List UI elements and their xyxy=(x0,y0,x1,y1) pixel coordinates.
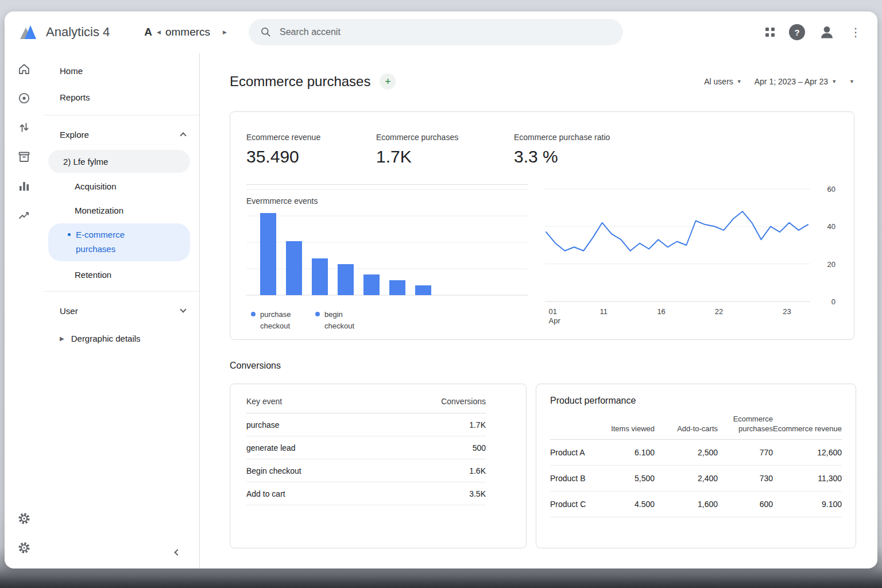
trending-up-icon[interactable] xyxy=(17,208,31,222)
sidebar-item-reports[interactable]: Reports xyxy=(44,84,199,110)
home-icon[interactable] xyxy=(17,62,31,76)
key-event-value: 1.7K xyxy=(469,420,486,430)
column-add-to-carts: Add-to-carts xyxy=(655,408,718,440)
purchases-line-chart: 604020001Apr11162223 xyxy=(545,185,838,327)
legend-label: purchase checkout xyxy=(260,309,297,332)
advertising-icon[interactable] xyxy=(17,91,31,105)
bottom-cards-row: Key event Conversions purchase 1.7K gene… xyxy=(230,384,854,548)
svg-text:01Apr: 01Apr xyxy=(549,307,561,325)
reports-bars-icon[interactable] xyxy=(17,179,31,193)
top-bar: Analyticis 4 A ◀ ommercs ▶ ? xyxy=(5,11,877,53)
chevron-up-icon[interactable] xyxy=(180,132,186,138)
body-row: Home Reports Explore 2) Lfe fylme Acquis… xyxy=(5,53,877,568)
sidebar-collapse-icon[interactable] xyxy=(174,549,180,555)
key-event-value: 3.5K xyxy=(469,489,486,498)
key-event-value: 1.6K xyxy=(469,466,486,475)
metric-label: Ecommerce purchase ratio xyxy=(514,133,838,142)
legend-item-begin-checkout: begin checkout xyxy=(315,309,361,332)
header-dropdown-caret-icon[interactable]: ▼ xyxy=(849,79,854,84)
avatar[interactable] xyxy=(819,24,835,40)
metric-value: 3.3 % xyxy=(514,147,838,167)
svg-text:0: 0 xyxy=(831,297,835,306)
property-forward-icon: ▶ xyxy=(223,29,227,35)
product-table: Product performance Items viewed Add-to-… xyxy=(550,384,842,517)
metric-ecommerce-purchases: Ecommerce purchases 1.7K xyxy=(376,133,514,184)
settings-gear-icon[interactable] xyxy=(17,512,31,525)
sidebar-item-demographic-label: Dergraphic details xyxy=(71,334,141,343)
sidebar-item-demographic-details[interactable]: ▶ Dergraphic details xyxy=(44,325,199,351)
search-bar[interactable] xyxy=(249,19,623,45)
admin-gear-icon[interactable] xyxy=(17,541,31,555)
sidebar-item-home[interactable]: Home xyxy=(44,57,199,84)
app-window: Analyticis 4 A ◀ ommercs ▶ ? xyxy=(5,11,877,568)
apps-grid-icon[interactable] xyxy=(765,27,775,37)
sidebar-item-ecommerce-purchases[interactable]: E-commerce purchases xyxy=(48,223,190,261)
column-conversions: Conversions xyxy=(441,397,486,406)
account-initial: A xyxy=(144,26,152,38)
chevron-down-icon[interactable] xyxy=(180,306,186,312)
line-chart-block: 604020001Apr11162223 xyxy=(545,184,838,341)
icon-rail xyxy=(5,53,44,568)
cell-add-to-carts: 2,400 xyxy=(655,466,718,492)
help-icon[interactable]: ? xyxy=(789,24,805,40)
search-input[interactable] xyxy=(280,27,612,37)
metric-purchase-ratio: Ecommerce purchase ratio 3.3 % xyxy=(514,133,838,184)
key-event-label: Begin checkout xyxy=(246,466,301,475)
search-icon xyxy=(260,26,272,38)
product-name: Product C xyxy=(550,492,603,517)
column-key-event: Key event xyxy=(246,397,282,406)
overview-card: Ecommerce revenue 35.490 Ecommerce purch… xyxy=(230,111,854,340)
metric-label: Ecommerce purchases xyxy=(376,133,514,142)
sidebar-item-acquisition[interactable]: Acquisition xyxy=(44,174,199,198)
svg-text:60: 60 xyxy=(827,185,835,194)
sidebar-item-life-cycle-label: 2) Lfe fylme xyxy=(63,157,108,167)
bar-chart-block: Evermmerce events purchase checkout begi… xyxy=(246,184,528,341)
sidebar-divider xyxy=(44,115,199,115)
svg-text:11: 11 xyxy=(600,307,608,316)
cell-add-to-carts: 1,600 xyxy=(655,492,718,517)
audience-selector[interactable]: Al users ▼ xyxy=(704,77,742,86)
sidebar-item-acquisition-label: Acquisition xyxy=(75,181,117,191)
cell-purchases: 770 xyxy=(718,440,773,466)
charts-row: Evermmerce events purchase checkout begi… xyxy=(246,184,838,341)
cell-revenue: 9.100 xyxy=(773,492,842,517)
product-performance-card: Product performance Items viewed Add-to-… xyxy=(536,384,856,548)
property-switcher[interactable]: A ◀ ommercs ▶ xyxy=(144,26,227,38)
property-name: ommercs xyxy=(165,26,210,38)
sidebar-item-retention[interactable]: Retention xyxy=(44,262,199,287)
cell-revenue: 12,600 xyxy=(773,440,842,466)
library-box-icon[interactable] xyxy=(17,150,31,164)
chevron-down-icon: ▼ xyxy=(737,79,742,84)
product-name: Product B xyxy=(550,466,603,492)
legend-item-purchase-checkout: purchase checkout xyxy=(251,309,297,332)
analytics-logo-icon[interactable] xyxy=(20,25,37,40)
sidebar-section-user[interactable]: User xyxy=(44,296,199,325)
chart-legend: purchase checkout begin checkout xyxy=(251,309,361,332)
swap-arrows-icon[interactable] xyxy=(17,121,31,134)
column-items-viewed: Items viewed xyxy=(603,408,655,440)
page-header: Ecommerce purchases + Al users ▼ Apr 1; … xyxy=(230,69,854,94)
add-comparison-button[interactable]: + xyxy=(380,74,396,90)
column-header-empty xyxy=(550,408,603,440)
table-header: Key event Conversions xyxy=(246,384,486,413)
column-ecommerce-purchases: Ecommerce purchases xyxy=(718,408,773,440)
kebab-menu-icon[interactable]: ⋮ xyxy=(849,25,862,39)
product-performance-title: Product performance xyxy=(550,384,842,406)
cell-add-to-carts: 2,500 xyxy=(655,440,718,466)
svg-text:23: 23 xyxy=(783,307,791,316)
key-event-value: 500 xyxy=(473,443,486,452)
tree-expander-icon[interactable]: ▶ xyxy=(60,335,64,342)
cell-purchases: 730 xyxy=(718,466,773,492)
legend-dot-icon xyxy=(251,312,256,316)
sidebar-item-reports-label: Reports xyxy=(60,92,90,102)
sidebar-item-monetization[interactable]: Monetization xyxy=(44,198,199,222)
sidebar-section-explore[interactable]: Explore xyxy=(44,120,199,149)
property-back-icon: ◀ xyxy=(157,29,161,35)
metric-value: 1.7K xyxy=(376,147,514,167)
table-row: Add to cart 3.5K xyxy=(246,482,486,505)
date-range-selector[interactable]: Apr 1; 2023 – Apr 23 ▼ xyxy=(755,77,837,86)
key-event-label: Add to cart xyxy=(246,489,285,498)
product-grid: Items viewed Add-to-carts Ecommerce purc… xyxy=(550,408,842,517)
sidebar-item-life-cycle[interactable]: 2) Lfe fylme xyxy=(48,150,190,173)
page-title: Ecommerce purchases xyxy=(230,74,370,90)
